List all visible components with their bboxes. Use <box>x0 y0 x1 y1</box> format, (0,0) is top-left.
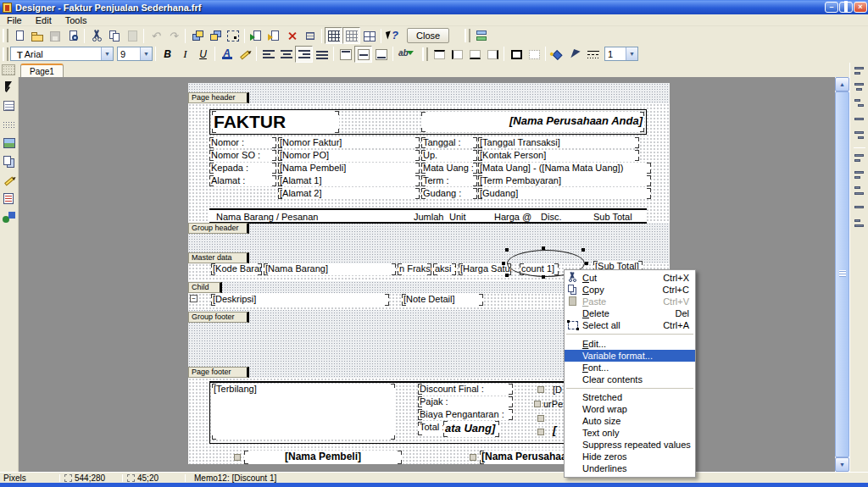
menu-edit[interactable]: Edit <box>29 15 58 25</box>
selection-handle[interactable] <box>542 246 545 250</box>
richtext-object-icon[interactable] <box>1 191 18 208</box>
line-object-icon[interactable] <box>1 172 18 189</box>
cut-button[interactable] <box>87 27 105 44</box>
memo-deskripsi[interactable]: [Deskripsi] <box>211 294 389 306</box>
chevron-down-icon[interactable]: ▼ <box>101 47 113 60</box>
memo-info-label[interactable]: Gudang : <box>421 188 477 199</box>
page-options-button[interactable] <box>301 27 319 44</box>
paste-button[interactable] <box>123 27 141 44</box>
object-marker-icon[interactable] <box>537 429 544 435</box>
snap-to-grid-button[interactable] <box>342 27 360 44</box>
frame-width-combo[interactable]: 1 ▼ <box>604 47 638 61</box>
design-canvas[interactable]: Page header Group header Master data Chi… <box>19 77 835 472</box>
fields-list-button[interactable] <box>472 27 490 44</box>
memo-kode-barang[interactable]: [Kode Barang ] <box>211 263 262 275</box>
align-right-button[interactable] <box>295 46 313 63</box>
memo-info-label[interactable]: Alamat : <box>209 175 276 186</box>
menu-item-edit[interactable]: Edit... <box>565 337 695 349</box>
memo-info-value[interactable]: [Nomor Faktur] <box>278 137 420 148</box>
help-button[interactable]: ? <box>384 27 402 44</box>
selection-handle[interactable] <box>505 274 509 277</box>
object-marker-icon[interactable] <box>534 401 541 407</box>
valign-bottom-button[interactable] <box>372 46 390 63</box>
frame-top-button[interactable] <box>430 46 448 63</box>
memo-info-value[interactable]: [Alamat 2] <box>278 188 420 199</box>
new-report-button[interactable] <box>10 27 28 44</box>
frame-style-button[interactable] <box>584 46 602 63</box>
tab-page1[interactable]: Page1 <box>20 64 64 77</box>
font-size-combo[interactable]: 9 ▼ <box>117 47 153 61</box>
menu-item-variable-format[interactable]: Variable format... <box>565 350 695 362</box>
memo-fraksi-2[interactable]: aksi 1] <box>433 263 456 275</box>
menu-item-auto-size[interactable]: Auto size <box>565 415 695 427</box>
selection-handle[interactable] <box>542 275 545 279</box>
picture-object-icon[interactable] <box>1 135 18 152</box>
delete-page-button[interactable] <box>283 27 301 44</box>
memo-harga-satuan[interactable]: [Harga Satuan] <box>459 263 511 275</box>
group-button[interactable] <box>224 27 242 44</box>
memo-partial-text[interactable]: [ <box>553 423 556 436</box>
selection-handle[interactable] <box>585 262 588 265</box>
memo-info-value[interactable]: [Alamat 1] <box>278 175 420 186</box>
align-bottom-edges-icon[interactable] <box>852 217 867 230</box>
frame-bottom-button[interactable] <box>465 46 483 63</box>
column-header[interactable]: Sub Total <box>593 212 632 222</box>
bold-button[interactable]: B <box>159 46 176 63</box>
menu-item-word-wrap[interactable]: Word wrap <box>565 403 695 415</box>
menu-file[interactable]: File <box>0 15 29 25</box>
memo-info-label[interactable]: Term : <box>421 175 477 186</box>
band-label-group-header[interactable]: Group header <box>188 223 249 234</box>
close-window-button[interactable]: × <box>854 2 867 13</box>
bring-to-front-button[interactable] <box>188 27 206 44</box>
open-report-button[interactable] <box>28 27 46 44</box>
selection-handle[interactable] <box>502 262 505 265</box>
menu-item-hide-zeros[interactable]: Hide zeros <box>565 451 695 462</box>
add-dialog-page-button[interactable] <box>265 27 283 44</box>
memo-sign-pembeli[interactable]: [Nama Pembeli] <box>244 451 402 464</box>
center-vertically-icon[interactable] <box>852 201 867 214</box>
band-label-master-data[interactable]: Master data <box>188 252 249 263</box>
scroll-down-button[interactable]: ▼ <box>835 457 849 472</box>
toolbar-grip[interactable] <box>3 47 8 61</box>
menu-item-clear-contents[interactable]: Clear contents <box>565 374 695 385</box>
menu-item-underlines[interactable]: Underlines <box>565 462 695 474</box>
align-horizontal-centers-icon[interactable] <box>852 81 867 95</box>
child-band-collapse-icon[interactable]: − <box>190 295 198 302</box>
font-name-combo[interactable]: T Arial ▼ <box>10 47 114 61</box>
highlight-button[interactable] <box>236 46 253 63</box>
memo-info-label[interactable]: Nomor : <box>209 137 276 148</box>
align-left-edges-icon[interactable] <box>852 65 867 79</box>
memo-info-value[interactable]: [Nomor PO] <box>278 150 420 161</box>
italic-button[interactable]: I <box>176 46 194 63</box>
minimize-button[interactable]: – <box>825 2 838 13</box>
scrollbar-thumb[interactable] <box>835 91 849 457</box>
frame-none-button[interactable] <box>525 46 542 63</box>
font-color-button[interactable]: A <box>218 46 236 63</box>
menu-item-font[interactable]: Font... <box>565 362 695 374</box>
memo-total-currency[interactable]: ata Uang] <box>443 421 499 437</box>
memo-faktur-title[interactable]: FAKTUR <box>212 111 339 133</box>
align-left-button[interactable] <box>259 46 277 63</box>
memo-info-label[interactable]: Nomor SO : <box>209 150 276 161</box>
column-header[interactable]: Nama Barang / Pesanan <box>216 212 318 222</box>
align-right-edges-icon[interactable] <box>852 130 867 143</box>
close-designer-button[interactable]: Close <box>407 28 449 43</box>
object-marker-icon[interactable] <box>234 454 241 461</box>
align-top-edges-icon[interactable] <box>852 152 867 166</box>
preview-button[interactable] <box>64 27 81 44</box>
memo-biaya-label[interactable]: Biaya Pengantaran : <box>418 409 513 420</box>
memo-company-name[interactable]: [Nama Perusahaan Anda] <box>421 112 644 132</box>
text-rotation-button[interactable]: ab <box>396 46 414 63</box>
copy-button[interactable] <box>105 27 123 44</box>
align-vertical-centers-icon[interactable] <box>852 169 867 182</box>
memo-terbilang[interactable]: [Terbilang] <box>212 384 395 440</box>
vertical-scrollbar[interactable]: ▲ ▼ <box>835 77 849 472</box>
column-header[interactable]: Jumlah <box>414 212 443 222</box>
frame-all-button[interactable] <box>507 46 525 63</box>
memo-info-value[interactable]: [Mata Uang] - ([Nama Mata Uang]) <box>478 163 651 174</box>
column-header[interactable]: Harga @ <box>494 212 531 222</box>
toolbar-grip[interactable] <box>465 29 470 42</box>
scroll-up-button[interactable]: ▲ <box>835 77 849 91</box>
menu-item-paste[interactable]: Paste Ctrl+V <box>565 296 695 307</box>
space-horizontally-icon[interactable] <box>852 97 867 111</box>
